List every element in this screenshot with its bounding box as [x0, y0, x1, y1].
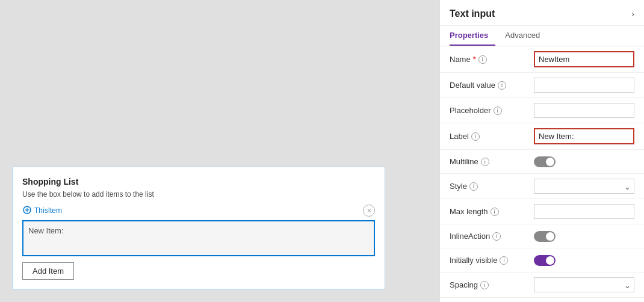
multiline-toggle[interactable] [534, 156, 556, 167]
spacing-info-icon[interactable]: i [480, 281, 489, 289]
panel-chevron-icon[interactable]: › [631, 9, 634, 19]
initially-visible-toggle[interactable] [534, 255, 556, 266]
shopping-card-title: Shopping List [22, 177, 375, 186]
add-item-button[interactable]: Add Item [22, 262, 74, 280]
tab-advanced[interactable]: Advanced [505, 26, 547, 46]
default-value-property-row: Default value i [440, 73, 644, 98]
right-panel: Text input › Properties Advanced Name * … [439, 0, 644, 302]
name-control [534, 51, 634, 67]
name-required-marker: * [473, 55, 476, 64]
shopping-card-description: Use the box below to add items to the li… [22, 190, 375, 199]
default-value-control [534, 78, 634, 93]
style-control [534, 179, 634, 194]
new-item-input[interactable]: New Item: [22, 220, 375, 256]
thisitem-row: ThisItem ✕ [22, 205, 375, 217]
shopping-card: Shopping List Use the box below to add i… [12, 167, 385, 290]
initially-visible-control [534, 255, 634, 266]
default-value-input[interactable] [534, 78, 634, 93]
inline-action-control [534, 231, 634, 242]
spacing-property-row: Spacing i [440, 273, 644, 298]
initially-visible-label: Initially visible i [450, 256, 534, 265]
panel-body: Name * i Default value i Placeholder i [440, 46, 644, 302]
inline-action-toggle[interactable] [534, 231, 556, 242]
tab-properties[interactable]: Properties [450, 26, 495, 46]
name-property-row: Name * i [440, 46, 644, 73]
multiline-info-icon[interactable]: i [481, 158, 489, 166]
multiline-property-row: Multiline i [440, 150, 644, 174]
initially-visible-info-icon[interactable]: i [500, 256, 508, 265]
new-item-placeholder: New Item: [28, 226, 64, 235]
name-input[interactable] [534, 51, 634, 67]
spacing-label: Spacing i [450, 280, 534, 289]
spacing-select[interactable] [534, 277, 634, 292]
style-property-row: Style i [440, 174, 644, 199]
placeholder-info-icon[interactable]: i [494, 106, 502, 115]
placeholder-property-row: Placeholder i [440, 98, 644, 123]
default-value-info-icon[interactable]: i [498, 81, 506, 90]
style-info-icon[interactable]: i [469, 182, 478, 191]
name-label: Name * i [450, 55, 534, 64]
initially-visible-property-row: Initially visible i [440, 248, 644, 273]
label-info-icon[interactable]: i [471, 132, 480, 141]
inline-action-property-row: InlineAction i [440, 224, 644, 248]
label-input[interactable] [534, 128, 634, 144]
placeholder-control [534, 103, 634, 118]
style-label: Style i [450, 182, 534, 191]
max-length-property-row: Max length i [440, 199, 644, 224]
label-property-row: Label i [440, 123, 644, 150]
inline-action-info-icon[interactable]: i [492, 232, 501, 241]
default-value-label: Default value i [450, 81, 534, 90]
max-length-label: Max length i [450, 207, 534, 216]
panel-tabs: Properties Advanced [440, 26, 644, 46]
thisitem-label[interactable]: ThisItem [22, 205, 62, 217]
style-select[interactable] [534, 179, 634, 194]
thisitem-move-icon [22, 205, 32, 217]
max-length-input[interactable] [534, 204, 634, 219]
panel-header: Text input › [440, 0, 644, 26]
max-length-control [534, 204, 634, 219]
label-control [534, 128, 634, 144]
thisitem-text: ThisItem [34, 206, 62, 215]
inline-action-label: InlineAction i [450, 232, 534, 241]
multiline-label: Multiline i [450, 157, 534, 166]
multiline-control [534, 156, 634, 167]
name-info-icon[interactable]: i [478, 55, 487, 64]
spacing-control [534, 277, 634, 292]
canvas-area: Shopping List Use the box below to add i… [0, 0, 439, 302]
placeholder-label: Placeholder i [450, 106, 534, 115]
max-length-info-icon[interactable]: i [491, 208, 499, 216]
close-thisitem-button[interactable]: ✕ [363, 205, 375, 217]
panel-title: Text input [450, 8, 495, 19]
label-label: Label i [450, 132, 534, 141]
placeholder-input[interactable] [534, 103, 634, 118]
